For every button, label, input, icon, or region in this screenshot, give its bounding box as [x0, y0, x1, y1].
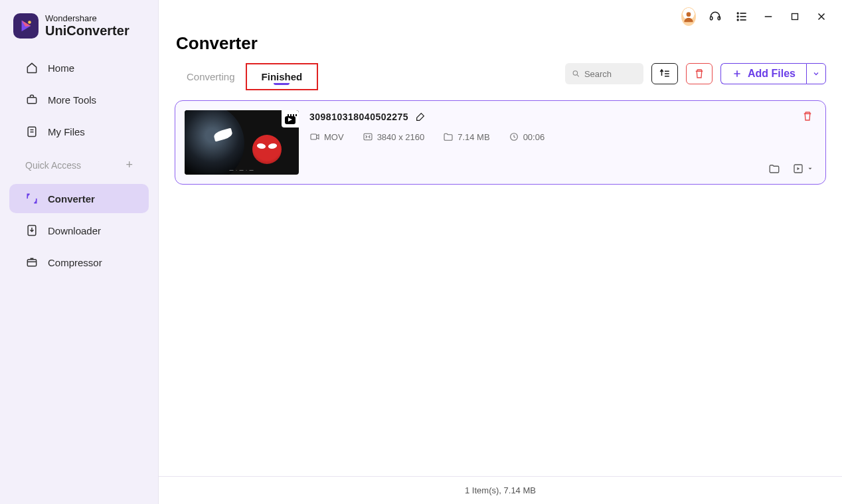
- export-button[interactable]: [792, 163, 813, 175]
- tab-active-indicator: [274, 81, 290, 85]
- window-titlebar: [159, 0, 842, 33]
- delete-file-button[interactable]: [801, 110, 813, 122]
- sidebar-item-downloader[interactable]: Downloader: [9, 216, 149, 245]
- sidebar-item-compressor[interactable]: Compressor: [9, 248, 149, 277]
- brand-company: Wondershare: [45, 14, 129, 23]
- quick-access-header: Quick Access +: [9, 150, 149, 180]
- resolution-icon: [363, 131, 373, 142]
- folder-icon: [443, 131, 454, 142]
- sidebar-item-label: Downloader: [48, 225, 101, 236]
- svg-point-10: [737, 19, 738, 21]
- quick-access-label: Quick Access: [25, 160, 81, 171]
- account-icon[interactable]: [681, 9, 696, 24]
- sidebar-item-label: Compressor: [48, 257, 102, 268]
- sidebar-item-label: More Tools: [48, 94, 96, 106]
- edit-icon: [415, 112, 426, 122]
- brand-product: UniConverter: [45, 23, 129, 38]
- add-files-label: Add Files: [748, 68, 796, 80]
- sidebar-item-label: Converter: [48, 193, 95, 205]
- sort-icon: [659, 68, 671, 80]
- caret-down-icon: [807, 165, 813, 172]
- file-size: 7.14 MB: [443, 131, 489, 142]
- export-icon: [792, 163, 804, 175]
- toolbox-icon: [25, 93, 39, 106]
- tabs: Converting Finished: [159, 54, 842, 94]
- folder-icon: [768, 163, 780, 175]
- video-icon: [309, 131, 320, 142]
- add-files-dropdown[interactable]: [806, 63, 826, 84]
- search-input[interactable]: [584, 69, 637, 79]
- downloader-icon: [25, 224, 39, 237]
- trash-icon: [801, 110, 813, 122]
- sidebar-item-more-tools[interactable]: More Tools: [9, 85, 149, 114]
- tab-finished[interactable]: Finished: [246, 63, 319, 90]
- svg-rect-13: [311, 134, 317, 139]
- sidebar-item-label: My Files: [48, 126, 85, 137]
- svg-point-8: [737, 13, 738, 14]
- main-panel: Converter Converting Finished: [158, 0, 842, 504]
- sidebar-item-converter[interactable]: Converter: [9, 184, 149, 213]
- svg-point-9: [737, 16, 738, 17]
- svg-rect-4: [27, 260, 36, 266]
- svg-point-5: [687, 12, 691, 17]
- file-card[interactable]: — · — · — 309810318040502275 MOV: [175, 100, 826, 185]
- file-list: — · — · — 309810318040502275 MOV: [159, 94, 842, 476]
- file-name: 309810318040502275: [309, 112, 408, 122]
- menu-icon[interactable]: [734, 9, 749, 24]
- chevron-down-icon: [812, 70, 820, 78]
- sidebar-item-my-files[interactable]: My Files: [9, 117, 149, 146]
- search-box[interactable]: [565, 63, 643, 84]
- file-resolution: 3840 x 2160: [363, 131, 425, 142]
- file-duration: 00:06: [509, 131, 545, 142]
- svg-rect-11: [792, 14, 798, 20]
- clock-icon: [509, 131, 519, 142]
- plus-icon: [732, 68, 742, 79]
- app-logo: Wondershare UniConverter: [0, 13, 158, 52]
- sidebar-item-label: Home: [48, 62, 74, 74]
- tab-converting[interactable]: Converting: [176, 63, 246, 90]
- svg-rect-7: [718, 17, 720, 20]
- minimize-button[interactable]: [761, 9, 776, 24]
- maximize-button[interactable]: [788, 9, 802, 24]
- rename-button[interactable]: [415, 112, 426, 122]
- search-icon: [572, 68, 580, 79]
- status-summary: 1 Item(s), 7.14 MB: [465, 485, 536, 495]
- converter-icon: [25, 192, 39, 205]
- sort-button[interactable]: [651, 63, 678, 84]
- status-bar: 1 Item(s), 7.14 MB: [159, 476, 842, 504]
- svg-point-0: [28, 21, 31, 24]
- svg-rect-1: [27, 98, 36, 104]
- svg-rect-14: [364, 133, 372, 139]
- quick-access-add-button[interactable]: +: [126, 158, 133, 172]
- files-icon: [25, 125, 39, 138]
- page-title: Converter: [159, 33, 842, 54]
- delete-all-button[interactable]: [686, 63, 713, 84]
- video-badge-icon: [282, 110, 299, 127]
- sidebar: Wondershare UniConverter Home More Tools…: [0, 0, 158, 504]
- home-icon: [25, 61, 39, 74]
- logo-icon: [13, 13, 39, 39]
- file-thumbnail[interactable]: — · — · —: [185, 110, 299, 175]
- add-files-button[interactable]: Add Files: [720, 63, 806, 84]
- support-icon[interactable]: [708, 9, 722, 24]
- toolbar: Add Files: [565, 54, 826, 94]
- trash-icon: [693, 68, 705, 80]
- file-format: MOV: [309, 131, 344, 142]
- close-button[interactable]: [814, 9, 829, 24]
- open-folder-button[interactable]: [768, 163, 780, 175]
- sidebar-item-home[interactable]: Home: [9, 53, 149, 82]
- svg-rect-6: [711, 17, 713, 20]
- svg-point-12: [573, 71, 577, 75]
- compressor-icon: [25, 256, 39, 269]
